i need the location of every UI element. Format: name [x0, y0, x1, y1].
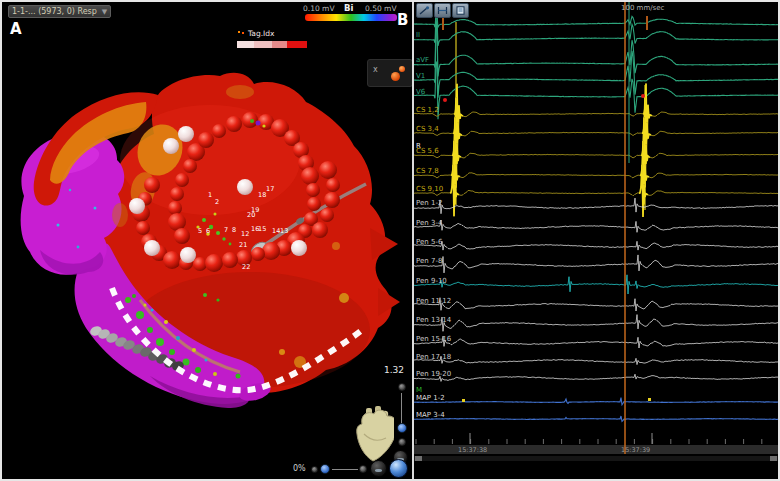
- channel-label-II[interactable]: II: [416, 31, 420, 39]
- trace-Pen 15-16: [414, 336, 778, 348]
- lesion-tag-pale[interactable]: [291, 240, 307, 256]
- marker-label-r: R: [416, 142, 421, 150]
- channel-label-V1[interactable]: V1: [416, 72, 425, 80]
- time-label-1: 15:37:38: [458, 446, 487, 454]
- pointer-tool-button[interactable]: [416, 3, 433, 18]
- lesion-tag-red[interactable]: [205, 254, 223, 272]
- trace-Pen 7-8: [414, 255, 778, 273]
- map-view-selector-label: 1-1-... (5973, 0) Resp: [12, 7, 97, 16]
- lesion-tag-red[interactable]: [222, 252, 238, 268]
- trace-CS 7,8: [414, 141, 778, 205]
- lesion-tag-red[interactable]: [320, 208, 334, 222]
- zoom-slider-bottom-knob[interactable]: [398, 438, 406, 446]
- opacity-slider-handle[interactable]: [320, 464, 330, 474]
- lesion-tag-red[interactable]: [324, 192, 340, 208]
- lesion-tag-red[interactable]: [168, 201, 182, 215]
- lesion-tag-number: 18: [258, 191, 266, 199]
- lesion-tag-red[interactable]: [212, 124, 226, 138]
- zoom-slider-top-knob[interactable]: [398, 383, 406, 391]
- lesion-tag-red[interactable]: [251, 247, 265, 261]
- tag-legend-close[interactable]: x: [373, 66, 378, 74]
- tag-index-icon: [237, 30, 245, 38]
- opacity-min-knob[interactable]: [311, 466, 318, 473]
- lesion-tag-red[interactable]: [198, 132, 214, 148]
- lesion-tag-number: 20: [247, 211, 255, 219]
- lesion-tag-red[interactable]: [301, 167, 319, 185]
- zoom-slider-track[interactable]: [401, 393, 402, 427]
- lesion-tag-number: 12: [241, 230, 249, 238]
- tag-index-colorbar[interactable]: [237, 41, 307, 48]
- tag-legend-popup[interactable]: x: [367, 59, 412, 87]
- lesion-tag-red[interactable]: [242, 112, 258, 128]
- channel-label-Pen 13-14[interactable]: Pen 13-14: [416, 316, 452, 324]
- lesion-tag-red[interactable]: [262, 242, 280, 260]
- channel-label-CS 7,8[interactable]: CS 7,8: [416, 167, 439, 175]
- lesion-tag-red[interactable]: [319, 161, 337, 179]
- lesion-tag-red[interactable]: [175, 173, 189, 187]
- lesion-tag-pale[interactable]: [237, 179, 253, 195]
- heart-orientation-icon[interactable]: [346, 404, 394, 464]
- channel-label-Pen 19-20[interactable]: Pen 19-20: [416, 370, 451, 378]
- channel-label-CS 1,2[interactable]: CS 1,2: [416, 106, 439, 114]
- channel-label-CS 3,4[interactable]: CS 3,4: [416, 125, 439, 133]
- electrogram-area[interactable]: IIaVFV1V6CS 1,2CS 3,4CS 5,6CS 7,8CS 9,10…: [414, 2, 778, 479]
- signal-panel: IIaVFV1V6CS 1,2CS 3,4CS 5,6CS 7,8CS 9,10…: [414, 2, 778, 479]
- lesion-tag-number: 6: [206, 227, 210, 235]
- trace-V6: [414, 61, 778, 119]
- notes-tool-button[interactable]: [452, 3, 469, 18]
- channel-label-Pen 17-18[interactable]: Pen 17-18: [416, 353, 451, 361]
- channel-label-Pen 11-12[interactable]: Pen 11-12: [416, 297, 451, 305]
- scrollbar-handle-right[interactable]: [770, 456, 777, 461]
- lesion-tag-pale[interactable]: [178, 126, 194, 142]
- lesion-tag-red[interactable]: [312, 222, 328, 238]
- trace-MAP 1-2: [414, 398, 778, 405]
- scrollbar-handle-left[interactable]: [415, 456, 422, 461]
- lesion-tag-red[interactable]: [326, 178, 340, 192]
- opacity-max-knob[interactable]: [359, 465, 367, 473]
- lesion-tag-number: 5: [198, 227, 202, 235]
- opacity-slider-track[interactable]: [332, 469, 358, 470]
- map-view-selector[interactable]: 1-1-... (5973, 0) Resp ▼: [8, 5, 111, 18]
- channel-label-Pen 9-10[interactable]: Pen 9-10: [416, 277, 447, 285]
- colorbar-min-label: 0.10 mV: [303, 4, 335, 13]
- channel-label-aVF[interactable]: aVF: [416, 56, 429, 64]
- lesion-tag-red[interactable]: [136, 221, 150, 235]
- channel-label-Pen 15-16[interactable]: Pen 15-16: [416, 335, 452, 343]
- lesion-tag-pale[interactable]: [129, 198, 145, 214]
- lesion-tag-red[interactable]: [170, 187, 184, 201]
- channel-label-MAP 1-2[interactable]: MAP 1-2: [416, 394, 445, 402]
- trace-CS 3,4: [414, 97, 778, 164]
- caliper-tool-button[interactable]: [434, 3, 451, 18]
- lesion-tag-red[interactable]: [226, 116, 242, 132]
- trace-Pen 19-20: [414, 374, 778, 381]
- lesion-tag-red[interactable]: [144, 177, 160, 193]
- caliper-tool-icon: [437, 6, 448, 15]
- lesion-tag-red[interactable]: [307, 197, 321, 211]
- channel-label-Pen 5-6[interactable]: Pen 5-6: [416, 238, 443, 246]
- lesion-tag-red[interactable]: [163, 251, 181, 269]
- rotate-globe-button[interactable]: [389, 459, 408, 478]
- lesion-tag-pale[interactable]: [144, 240, 160, 256]
- voltage-colorbar[interactable]: [305, 14, 397, 21]
- zoom-slider-handle[interactable]: [397, 423, 407, 433]
- lesion-tag-number: 13: [280, 227, 288, 235]
- colorbar-max-label: 0.50 mV: [365, 4, 397, 13]
- channel-label-Pen 7-8[interactable]: Pen 7-8: [416, 257, 442, 265]
- channel-label-MAP 3-4[interactable]: MAP 3-4: [416, 411, 445, 419]
- channel-label-Pen 1-2[interactable]: Pen 1-2: [416, 199, 442, 207]
- map-options-button[interactable]: [370, 460, 387, 477]
- trace-Pen 13-14: [414, 315, 778, 332]
- lesion-tag-red[interactable]: [306, 183, 320, 197]
- trace-Pen 5-6: [414, 241, 778, 250]
- sweep-speed-label: 100 mm/sec: [621, 4, 664, 12]
- lesion-tag-red[interactable]: [193, 257, 207, 271]
- lesion-tag-pale[interactable]: [180, 247, 196, 263]
- channel-label-Pen 3-4[interactable]: Pen 3-4: [416, 219, 443, 227]
- time-scrollbar[interactable]: [414, 456, 778, 461]
- channel-label-CS 9,10[interactable]: CS 9,10: [416, 185, 443, 193]
- lesion-tag-pale[interactable]: [163, 138, 179, 154]
- lesion-tag-red[interactable]: [183, 159, 197, 173]
- tag-index-label: Tag.Idx: [248, 29, 275, 38]
- lesion-tag-red[interactable]: [174, 228, 190, 244]
- channel-label-V6[interactable]: V6: [416, 88, 426, 96]
